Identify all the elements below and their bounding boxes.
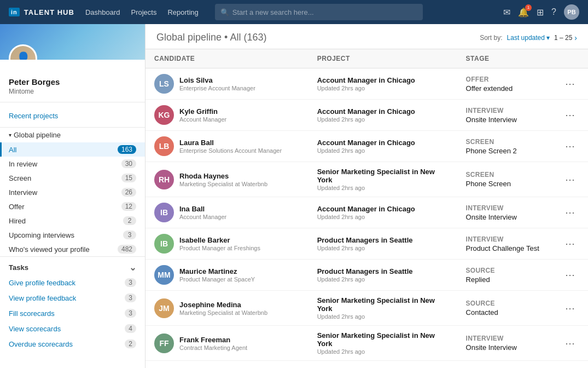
search-input[interactable] bbox=[232, 8, 417, 16]
tasks-collapse-button[interactable]: ⌄ bbox=[129, 262, 136, 273]
candidate-avatar: LB bbox=[154, 136, 174, 156]
recent-projects-link[interactable]: Recent projects bbox=[9, 109, 136, 123]
content-header: Global pipeline • All (163) Sort by: Las… bbox=[145, 24, 588, 49]
pipeline-item-hired[interactable]: Hired 2 bbox=[0, 214, 145, 228]
project-updated: Updated 2hrs ago bbox=[317, 348, 449, 355]
sort-value[interactable]: Last updated ▾ bbox=[507, 34, 550, 42]
tasks-label: Tasks bbox=[9, 263, 28, 272]
stage-detail: Onsite Interview bbox=[466, 213, 543, 221]
task-label: Give profile feedback bbox=[9, 279, 75, 287]
nav-reporting[interactable]: Reporting bbox=[167, 8, 198, 16]
actions-cell: ⋯ bbox=[552, 228, 588, 260]
candidate-title: Enterprise Solutions Account Manager bbox=[179, 147, 282, 154]
task-count: 3 bbox=[125, 278, 136, 287]
candidate-info: Ina Ball Account Manager bbox=[179, 205, 226, 220]
candidate-title: Account Manager bbox=[179, 116, 226, 123]
search-bar[interactable]: 🔍 bbox=[215, 4, 423, 20]
pipeline-item-all[interactable]: All 163 bbox=[0, 142, 145, 157]
more-options-button[interactable]: ⋯ bbox=[561, 204, 579, 221]
candidate-info: Maurice Martinez Product Manager at Spac… bbox=[179, 267, 255, 283]
table-row[interactable]: LS Lois Silva Enterprise Account Manager… bbox=[145, 68, 588, 100]
app-logo[interactable]: in TALENT HUB bbox=[9, 8, 74, 16]
more-options-button[interactable]: ⋯ bbox=[561, 107, 579, 123]
table-row[interactable]: LB Laura Ball Enterprise Solutions Accou… bbox=[145, 131, 588, 162]
stage-category: Interview bbox=[466, 335, 543, 342]
pipeline-label: Screen bbox=[9, 174, 31, 182]
project-name: Product Managers in Seattle bbox=[317, 236, 449, 244]
project-name: Senior Marketing Specialist in New York bbox=[317, 331, 449, 348]
avatar-wrapper: 👤 bbox=[9, 44, 37, 60]
pipeline-item-interview[interactable]: Interview 26 bbox=[0, 185, 145, 199]
upcoming-interviews-item[interactable]: Upcoming interviews 3 bbox=[0, 228, 145, 242]
project-updated: Updated 2hrs ago bbox=[317, 313, 449, 320]
column-candidate: Candidate bbox=[145, 49, 308, 68]
task-label: Fill scorecards bbox=[9, 309, 55, 318]
user-avatar[interactable]: PB bbox=[564, 4, 579, 20]
more-options-button[interactable]: ⋯ bbox=[561, 138, 579, 154]
candidate-cell: BL Beulah Lawrence Associate Marketing S… bbox=[145, 361, 308, 369]
tasks-list: Give profile feedback 3View profile feed… bbox=[0, 275, 145, 352]
nav-projects[interactable]: Projects bbox=[131, 8, 156, 16]
candidate-cell: LB Laura Ball Enterprise Solutions Accou… bbox=[145, 131, 308, 162]
more-options-button[interactable]: ⋯ bbox=[561, 76, 579, 92]
chevron-down-icon: ▾ bbox=[546, 34, 550, 42]
task-item[interactable]: Overdue scorecards 2 bbox=[0, 336, 145, 352]
actions-cell: ⋯ bbox=[552, 197, 588, 228]
notifications-icon[interactable]: 🔔 1 bbox=[518, 7, 529, 18]
task-count: 2 bbox=[125, 340, 136, 348]
stage-category: Interview bbox=[466, 235, 543, 243]
who-viewed-item[interactable]: Who's viewed your profile 482 bbox=[0, 242, 145, 256]
pipeline-item-in-review[interactable]: In review 30 bbox=[0, 157, 145, 171]
stage-detail: Offer extended bbox=[466, 84, 543, 93]
help-icon[interactable]: ? bbox=[551, 7, 556, 17]
stage-cell: Interview Onsite Interview bbox=[457, 326, 552, 361]
nav-dashboard[interactable]: Dashboard bbox=[85, 8, 120, 16]
pipeline-item-offer[interactable]: Offer 12 bbox=[0, 199, 145, 214]
table-body: LS Lois Silva Enterprise Account Manager… bbox=[145, 68, 588, 369]
more-options-button[interactable]: ⋯ bbox=[561, 300, 579, 317]
task-item[interactable]: Fill scorecards 3 bbox=[0, 306, 145, 321]
table-row[interactable]: IB Isabelle Barker Product Manager at Fr… bbox=[145, 228, 588, 260]
more-options-button[interactable]: ⋯ bbox=[561, 235, 579, 252]
stage-category: Source bbox=[466, 267, 543, 274]
candidate-name: Maurice Martinez bbox=[179, 267, 255, 275]
more-options-button[interactable]: ⋯ bbox=[561, 267, 579, 283]
project-updated: Updated 2hrs ago bbox=[317, 214, 449, 220]
table-row[interactable]: IB Ina Ball Account Manager Account Mana… bbox=[145, 197, 588, 228]
table-row[interactable]: KG Kyle Griffin Account Manager Account … bbox=[145, 100, 588, 131]
profile-banner: 👤 bbox=[0, 24, 145, 60]
stage-detail: Product Challenge Test bbox=[466, 244, 543, 252]
grid-icon[interactable]: ⊞ bbox=[537, 7, 544, 18]
table-row[interactable]: FF Frank Freeman Contract Marketing Agen… bbox=[145, 326, 588, 361]
table-row[interactable]: MM Maurice Martinez Product Manager at S… bbox=[145, 260, 588, 291]
candidate-avatar: LS bbox=[154, 74, 174, 94]
pipeline-item-screen[interactable]: Screen 15 bbox=[0, 171, 145, 185]
task-item[interactable]: View scorecards 4 bbox=[0, 321, 145, 336]
table-row[interactable]: RH Rhoda Haynes Marketing Specialist at … bbox=[145, 162, 588, 197]
profile-avatar[interactable]: 👤 bbox=[9, 44, 37, 60]
pagination-range: 1 – 25 bbox=[554, 34, 572, 42]
table-row[interactable]: BL Beulah Lawrence Associate Marketing S… bbox=[145, 361, 588, 369]
candidate-info: Isabelle Barker Product Manager at Fresh… bbox=[179, 236, 260, 251]
stage-category: Source bbox=[466, 300, 543, 307]
task-label: Overdue scorecards bbox=[9, 340, 73, 348]
more-options-button[interactable]: ⋯ bbox=[561, 335, 579, 352]
task-item[interactable]: Give profile feedback 3 bbox=[0, 275, 145, 290]
global-pipeline-header[interactable]: ▾ Global pipeline bbox=[0, 128, 145, 142]
more-options-button[interactable]: ⋯ bbox=[561, 171, 579, 188]
task-item[interactable]: View profile feedback 3 bbox=[0, 290, 145, 306]
pipeline-count: 26 bbox=[121, 188, 136, 197]
page-title-main: Global pipeline bbox=[156, 32, 222, 43]
candidate-avatar: JM bbox=[154, 298, 174, 318]
mail-icon[interactable]: ✉ bbox=[503, 7, 510, 18]
actions-cell: ⋯ bbox=[552, 291, 588, 326]
candidate-name: Josephine Medina bbox=[179, 301, 267, 309]
app-name: TALENT HUB bbox=[24, 8, 74, 16]
actions-cell: ⋯ bbox=[552, 361, 588, 369]
candidate-avatar: MM bbox=[154, 265, 174, 285]
pagination-next[interactable]: › bbox=[574, 33, 577, 42]
table-row[interactable]: JM Josephine Medina Marketing Specialist… bbox=[145, 291, 588, 326]
actions-cell: ⋯ bbox=[552, 326, 588, 361]
candidate-cell: LS Lois Silva Enterprise Account Manager bbox=[145, 68, 308, 100]
actions-cell: ⋯ bbox=[552, 100, 588, 131]
